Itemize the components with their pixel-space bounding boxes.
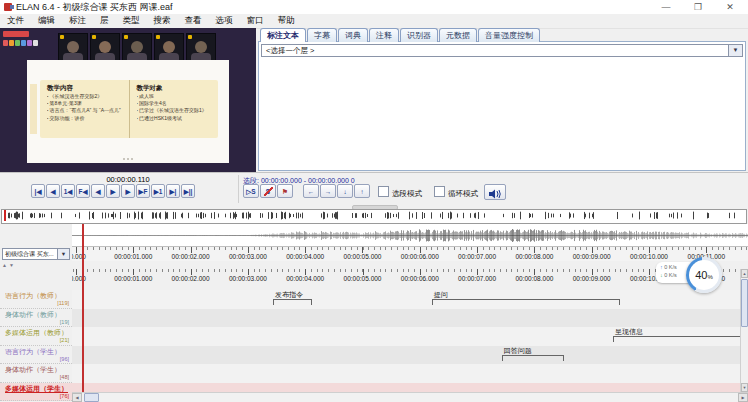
tier-label-0[interactable]: 语言行为（教师）[119] — [0, 290, 72, 309]
upload-speed: 0 K/s — [664, 264, 677, 270]
volume-button[interactable] — [484, 184, 506, 200]
logo-color-dot — [3, 40, 8, 46]
timeline-ruler[interactable]: 00.00000:00:01.00000:00:02.00000:00:03.0… — [72, 269, 740, 291]
tab-2[interactable]: 词典 — [338, 28, 368, 42]
tier-select-value: <选择一个层 > — [266, 46, 314, 55]
transport-button-0[interactable]: |◀ — [31, 184, 45, 198]
splitter-up-icon[interactable]: ▲ — [2, 262, 7, 268]
menu-item-6[interactable]: 查看 — [178, 14, 209, 28]
tab-3[interactable]: 注释 — [369, 28, 399, 42]
media-time-display: 00:00:00.110 — [31, 175, 225, 184]
horizontal-scrollbar[interactable]: ◀ ▶ — [72, 392, 748, 402]
annotation-density-strip[interactable] — [1, 209, 747, 224]
selection-button-2[interactable]: ⚑ — [277, 184, 293, 198]
menu-item-4[interactable]: 类型 — [116, 14, 147, 28]
step-button-0[interactable]: ← — [303, 184, 319, 198]
transport-button-1[interactable]: ◀ — [46, 184, 60, 198]
loop-mode-checkbox[interactable] — [434, 186, 445, 197]
vertical-scroll-thumb[interactable] — [741, 279, 748, 327]
scroll-right-icon[interactable]: ▶ — [738, 393, 748, 402]
transport-button-6[interactable]: ▶ — [121, 184, 135, 198]
annotation-bracket — [613, 336, 740, 342]
ruler-tick-label: 00:00:03.000 — [229, 275, 267, 282]
annotation-segment[interactable]: 呈现信息 — [613, 328, 740, 343]
transport-button-8[interactable]: ▶1 — [151, 184, 165, 198]
tier-label-5[interactable]: 多媒体运用（学生）[76] — [0, 383, 72, 402]
ruler-tick-label: 00:00:02.000 — [172, 253, 210, 260]
step-button-3[interactable]: ↑ — [354, 184, 370, 198]
tier-name: 身体动作（教师） — [5, 311, 69, 319]
menu-item-2[interactable]: 标注 — [62, 14, 93, 28]
tab-5[interactable]: 元数据 — [439, 28, 477, 42]
transport-button-4[interactable]: ◀ — [91, 184, 105, 198]
participant-face — [131, 41, 143, 53]
scroll-down-icon[interactable]: ▼ — [741, 383, 748, 392]
tab-0[interactable]: 标注文本 — [260, 28, 306, 42]
tier-annotation-count: [21] — [5, 337, 69, 344]
host-star-icon — [156, 35, 160, 39]
selection-mode-checkbox[interactable] — [378, 186, 389, 197]
annotation-bracket — [432, 299, 620, 305]
menu-item-8[interactable]: 窗口 — [240, 14, 271, 28]
tier-select-dropdown[interactable]: <选择一个层 > ▼ — [261, 44, 743, 57]
menu-item-1[interactable]: 编辑 — [31, 14, 62, 28]
annotation-segment[interactable]: 发布指令 — [273, 291, 312, 306]
menu-item-9[interactable]: 帮助 — [271, 14, 302, 28]
annotation-label: 发布指令 — [275, 291, 303, 299]
viewer-splitter[interactable]: ▲ ▼ — [0, 261, 748, 269]
horizontal-scroll-thumb[interactable] — [84, 393, 99, 402]
menu-item-5[interactable]: 搜索 — [147, 14, 178, 28]
progress-percent: 40 — [695, 269, 707, 281]
slide-bullet: 第8单元·第3课 — [47, 100, 123, 107]
close-button[interactable]: ✕ — [714, 0, 746, 14]
step-button-1[interactable]: → — [320, 184, 336, 198]
elan-window: ELAN 6.4 - 初级综合课 买东西 网课.eaf — ❐ ✕ 文件编辑标注… — [0, 0, 748, 402]
maximize-button[interactable]: ❐ — [682, 0, 714, 14]
vertical-scrollbar[interactable]: ▲ ▼ — [740, 269, 748, 392]
tier-label-3[interactable]: 语言行为（学生）[96] — [0, 346, 72, 365]
scroll-left-icon[interactable]: ◀ — [72, 393, 82, 402]
participant-body — [159, 53, 179, 60]
transport-button-10[interactable]: ▶|| — [181, 184, 195, 198]
tab-4[interactable]: 识别器 — [400, 28, 438, 42]
chevron-down-icon[interactable]: ▼ — [57, 249, 69, 259]
waveform-canvas[interactable] — [72, 224, 748, 246]
tier-annotation-count: [96] — [5, 356, 69, 363]
tier-timeline-rows[interactable]: 发布指令提问呈现信息回答问题 — [72, 290, 740, 402]
media-crosshair-cursor — [82, 224, 84, 392]
slide-bullet: 《长城汉语生存交际2》 — [47, 93, 123, 100]
tier-label-column: 语言行为（教师）[119]身体动作（教师）[19]多媒体运用（教师）[21]语言… — [0, 290, 72, 402]
tier-name: 语言行为（教师） — [5, 292, 69, 300]
tier-label-4[interactable]: 身体动作（学生）[48] — [0, 364, 72, 383]
tier-label-2[interactable]: 多媒体运用（教师）[21] — [0, 327, 72, 346]
annotation-segment[interactable]: 回答问题 — [502, 347, 564, 362]
menu-item-3[interactable]: 层 — [93, 14, 116, 28]
step-button-2[interactable]: ↓ — [337, 184, 353, 198]
minimize-button[interactable]: — — [650, 0, 682, 14]
window-titlebar: ELAN 6.4 - 初级综合课 买东西 网课.eaf — ❐ ✕ — [0, 0, 748, 14]
tier-name: 语言行为（学生） — [5, 348, 69, 356]
tier-label-1[interactable]: 身体动作（教师）[19] — [0, 309, 72, 328]
transport-button-5[interactable]: ▶ — [106, 184, 120, 198]
slide-left-column: 教学内容 《长城汉语生存交际2》第8单元·第3课语言点：“有点儿A” 与 “A一… — [40, 80, 129, 138]
transport-button-7[interactable]: ▶F — [136, 184, 150, 198]
transport-button-3[interactable]: F◀ — [76, 184, 90, 198]
tab-6[interactable]: 音量强度控制 — [478, 28, 540, 42]
transport-button-9[interactable]: ▶| — [166, 184, 180, 198]
video-panel[interactable]: 教学内容 《长城汉语生存交际2》第8单元·第3课语言点：“有点儿A” 与 “A一… — [0, 28, 256, 172]
tab-1[interactable]: 字幕 — [307, 28, 337, 42]
chevron-down-icon[interactable]: ▼ — [728, 45, 742, 56]
selection-button-0[interactable]: ▷S — [243, 184, 259, 198]
scroll-up-icon[interactable]: ▲ — [741, 269, 748, 278]
checkbox-row-0: 选段模式 — [378, 186, 422, 199]
menu-item-7[interactable]: 选项 — [209, 14, 240, 28]
annotation-segment[interactable]: 提问 — [432, 291, 620, 306]
selection-button-1[interactable]: S — [260, 184, 276, 198]
media-track-dropdown[interactable]: 初级综合课 买东... ▼ — [2, 248, 70, 260]
menu-item-0[interactable]: 文件 — [0, 14, 31, 28]
progress-ring-badge[interactable]: 40 % — [686, 257, 722, 293]
splitter-down-icon[interactable]: ▼ — [9, 262, 14, 268]
annotation-bracket — [502, 355, 564, 361]
tier-row-band — [72, 309, 740, 328]
transport-button-2[interactable]: 1◀ — [61, 184, 75, 198]
